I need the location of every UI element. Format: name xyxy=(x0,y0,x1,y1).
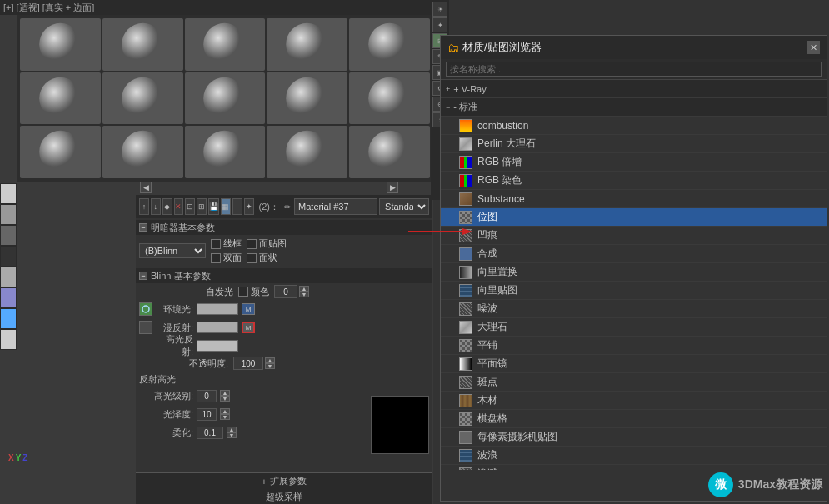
opacity-spinner[interactable]: ▲ ▼ xyxy=(233,357,275,370)
tool-save[interactable]: 💾 xyxy=(208,198,219,215)
list-item[interactable]: combustion xyxy=(441,117,827,135)
center-tool-2[interactable]: ✦ xyxy=(432,17,447,32)
list-item[interactable]: 棋盘格 xyxy=(441,410,827,428)
vray-group-header[interactable]: + + V-Ray xyxy=(441,80,827,98)
specular-level-up[interactable]: ▲ xyxy=(220,390,230,396)
color-swatch[interactable] xyxy=(1,184,16,203)
list-item[interactable]: 平铺 xyxy=(441,337,827,355)
illum-spinner[interactable]: ▲ ▼ xyxy=(274,285,309,298)
color-swatch[interactable] xyxy=(1,226,16,245)
list-item[interactable]: 泼溅 xyxy=(441,465,827,470)
color-checkbox-item[interactable]: 颜色 xyxy=(238,286,269,298)
collapse-blinn-button[interactable]: − xyxy=(139,272,147,280)
sphere-cell[interactable] xyxy=(349,126,430,178)
ambient-swatch[interactable] xyxy=(197,303,238,315)
tool-more[interactable]: ✦ xyxy=(244,198,254,215)
list-item[interactable]: RGB 染色 xyxy=(441,172,827,190)
color-swatch[interactable] xyxy=(1,309,16,328)
supersampling-row[interactable]: 超级采样 xyxy=(136,489,432,504)
soften-arrows[interactable]: ▲ ▼ xyxy=(227,427,237,438)
soften-input[interactable] xyxy=(197,427,223,439)
faceted-checkbox[interactable] xyxy=(247,253,257,263)
tool-make-unique[interactable]: ◆ xyxy=(162,198,172,215)
sphere-cell[interactable] xyxy=(20,72,101,125)
sphere-cell[interactable] xyxy=(349,18,430,71)
opacity-down-arrow[interactable]: ▼ xyxy=(265,363,275,369)
tool-put-material[interactable]: ↓ xyxy=(151,198,161,215)
glossiness-down[interactable]: ▼ xyxy=(220,414,230,420)
color-checkbox[interactable] xyxy=(238,287,248,297)
tool-copy[interactable]: ⊡ xyxy=(185,198,195,215)
list-item[interactable]: Substance xyxy=(441,190,827,208)
sphere-cell[interactable] xyxy=(102,126,183,178)
sphere-cell[interactable] xyxy=(267,72,347,125)
opacity-arrows[interactable]: ▲ ▼ xyxy=(265,357,275,369)
tool-edit[interactable]: ▦ xyxy=(221,198,231,215)
list-item[interactable]: 木材 xyxy=(441,392,827,410)
center-tool-1[interactable]: ☀ xyxy=(432,2,447,17)
ambient-link-icon[interactable] xyxy=(139,302,152,316)
illum-down-arrow[interactable]: ▼ xyxy=(299,292,309,297)
glossiness-up[interactable]: ▲ xyxy=(220,408,230,414)
glossiness-arrows[interactable]: ▲ ▼ xyxy=(220,408,230,420)
color-swatch[interactable] xyxy=(1,288,16,307)
sphere-cell[interactable] xyxy=(185,18,266,71)
list-item[interactable]: 斑点 xyxy=(441,373,827,392)
list-item[interactable]: RGB 倍增 xyxy=(441,153,827,172)
tool-delete[interactable]: ✕ xyxy=(174,198,184,215)
specular-swatch[interactable] xyxy=(197,340,238,352)
sphere-cell[interactable] xyxy=(267,126,347,178)
tool-pick-material[interactable]: ↑ xyxy=(139,198,149,215)
color-swatch[interactable] xyxy=(1,267,16,287)
sphere-cell[interactable] xyxy=(349,72,430,125)
list-item-selected[interactable]: 位图 xyxy=(441,208,827,227)
face-map-checkbox[interactable] xyxy=(247,239,257,249)
soften-up[interactable]: ▲ xyxy=(227,427,237,432)
list-item[interactable]: 合成 xyxy=(441,245,827,263)
sphere-cell[interactable] xyxy=(185,126,266,178)
illum-up-arrow[interactable]: ▲ xyxy=(299,286,309,292)
sphere-cell[interactable] xyxy=(267,18,347,71)
sphere-cell[interactable] xyxy=(20,18,101,71)
specular-level-down[interactable]: ▼ xyxy=(220,396,230,402)
browser-close-button[interactable]: ✕ xyxy=(807,41,820,54)
wire-checkbox-item[interactable]: 线框 xyxy=(211,237,242,250)
ambient-map-button[interactable]: M xyxy=(242,303,255,315)
scroll-left-button[interactable]: ◀ xyxy=(140,182,152,193)
tool-options[interactable]: ⋮ xyxy=(232,198,242,215)
soften-down[interactable]: ▼ xyxy=(227,432,237,438)
list-item[interactable]: 平面镜 xyxy=(441,355,827,373)
sphere-cell[interactable] xyxy=(102,18,183,71)
material-name-input[interactable] xyxy=(294,198,377,215)
color-swatch[interactable] xyxy=(1,330,16,349)
illum-arrows[interactable]: ▲ ▼ xyxy=(299,286,309,297)
list-item[interactable]: 大理石 xyxy=(441,318,827,337)
illum-value-input[interactable] xyxy=(274,285,297,298)
faceted-checkbox-item[interactable]: 面状 xyxy=(247,252,287,264)
sphere-cell[interactable] xyxy=(20,126,101,178)
specular-level-arrows[interactable]: ▲ ▼ xyxy=(220,390,230,402)
diffuse-swatch[interactable] xyxy=(197,322,238,333)
color-swatch[interactable] xyxy=(1,205,16,224)
standard-group-header[interactable]: − - 标准 xyxy=(441,98,827,117)
list-item[interactable]: 向里贴图 xyxy=(441,282,827,300)
tool-paste[interactable]: ⊞ xyxy=(197,198,207,215)
shader-type-select[interactable]: (B)Blinn xyxy=(139,243,206,258)
diffuse-link-icon[interactable] xyxy=(139,321,152,334)
opacity-value-input[interactable] xyxy=(233,357,263,370)
glossiness-input[interactable] xyxy=(197,408,217,421)
face-map-checkbox-item[interactable]: 面贴图 xyxy=(247,237,287,250)
sphere-cell[interactable] xyxy=(185,72,266,125)
color-swatch[interactable] xyxy=(1,247,16,266)
list-item[interactable]: 向里置换 xyxy=(441,263,827,282)
list-item[interactable]: Perlin 大理石 xyxy=(441,135,827,153)
opacity-up-arrow[interactable]: ▲ xyxy=(265,357,275,363)
list-item[interactable]: 噪波 xyxy=(441,300,827,318)
expand-params-button[interactable]: + 扩展参数 xyxy=(136,472,432,489)
sphere-cell[interactable] xyxy=(102,72,183,125)
browser-search-input[interactable] xyxy=(446,62,822,77)
material-type-select[interactable]: Standard xyxy=(379,198,429,215)
two-sided-checkbox-item[interactable]: 双面 xyxy=(211,252,242,264)
list-item[interactable]: 波浪 xyxy=(441,447,827,465)
scroll-right-button[interactable]: ▶ xyxy=(387,182,398,193)
